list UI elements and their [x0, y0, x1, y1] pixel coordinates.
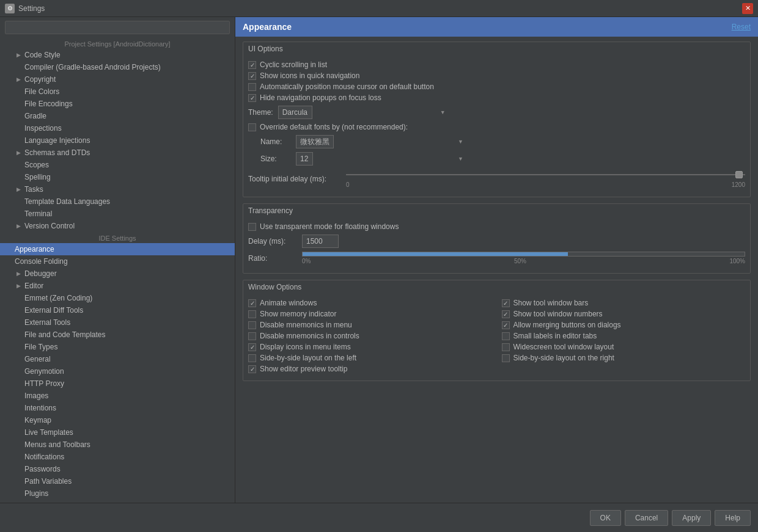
- show-memory-row: Show memory indicator: [248, 310, 492, 318]
- theme-label: Theme:: [248, 108, 273, 117]
- hide-nav-row: Hide navigation popups on focus loss: [248, 93, 745, 102]
- sidebar-item-console-folding[interactable]: Console Folding: [0, 255, 235, 268]
- transparent-mode-checkbox[interactable]: [248, 223, 256, 231]
- sidebar-item-notifications[interactable]: Notifications: [0, 451, 235, 463]
- font-name-select-wrapper: 微软雅黑: [296, 135, 467, 148]
- sidebar-item-appearance[interactable]: Appearance: [0, 243, 235, 255]
- apply-button[interactable]: Apply: [672, 510, 711, 526]
- tooltip-slider-thumb[interactable]: [735, 171, 743, 178]
- search-input[interactable]: [5, 21, 230, 34]
- sidebar-item-file-encodings[interactable]: File Encodings: [0, 98, 235, 110]
- sidebar-item-schemas-dtds[interactable]: Schemas and DTDs: [0, 147, 235, 159]
- small-labels-editor-checkbox[interactable]: [502, 332, 510, 340]
- sidebar-item-intentions[interactable]: Intentions: [0, 402, 235, 414]
- sidebar-item-genymotion[interactable]: Genymotion: [0, 365, 235, 377]
- sidebar-item-general[interactable]: General: [0, 353, 235, 365]
- sidebar-item-template-data-languages[interactable]: Template Data Languages: [0, 195, 235, 208]
- ratio-0-label: 0%: [302, 258, 311, 264]
- widescreen-tool-window-row: Widescreen tool window layout: [502, 343, 746, 351]
- widescreen-tool-window-checkbox[interactable]: [502, 343, 510, 351]
- animate-windows-checkbox[interactable]: [248, 299, 256, 307]
- side-by-side-right-checkbox[interactable]: [502, 354, 510, 362]
- sidebar-item-external-diff-tools[interactable]: External Diff Tools: [0, 304, 235, 316]
- arrow-icon: [15, 270, 22, 277]
- sidebar-item-spelling[interactable]: Spelling: [0, 171, 235, 183]
- show-tool-window-bars-checkbox[interactable]: [502, 299, 510, 307]
- sidebar-item-debugger[interactable]: Debugger: [0, 268, 235, 280]
- sidebar-item-external-tools[interactable]: External Tools: [0, 316, 235, 329]
- side-by-side-left-checkbox[interactable]: [248, 354, 256, 362]
- sidebar-item-code-style[interactable]: Code Style: [0, 49, 235, 61]
- sidebar-item-quick-lists[interactable]: Quick Lists: [0, 500, 235, 503]
- sidebar-item-live-templates[interactable]: Live Templates: [0, 426, 235, 439]
- window-options-title: Window Options: [243, 280, 750, 294]
- font-size-row: Size: 12 10 11 13 14: [248, 152, 745, 166]
- arrow-icon: [15, 51, 22, 59]
- sidebar-item-images[interactable]: Images: [0, 390, 235, 402]
- display-icons-menu-row: Display icons in menu items: [248, 343, 492, 351]
- side-by-side-right-row: Side-by-side layout on the right: [502, 354, 746, 362]
- sidebar-item-path-variables[interactable]: Path Variables: [0, 475, 235, 487]
- auto-position-checkbox[interactable]: [248, 83, 256, 91]
- sidebar-item-version-control[interactable]: Version Control: [0, 220, 235, 232]
- titlebar: ⚙ Settings ✕: [0, 0, 758, 17]
- content-header: Appearance Reset: [235, 17, 758, 37]
- theme-select-wrapper: Darcula Default IntelliJ: [278, 106, 449, 119]
- ratio-slider-track[interactable]: [302, 252, 745, 257]
- allow-merging-buttons-checkbox[interactable]: [502, 321, 510, 329]
- side-by-side-right-label: Side-by-side layout on the right: [513, 354, 614, 362]
- cancel-button[interactable]: Cancel: [625, 510, 668, 526]
- cyclic-scrolling-checkbox[interactable]: [248, 61, 256, 69]
- tooltip-slider-track[interactable]: [346, 169, 745, 180]
- window-options-content: Animate windows Show memory indicator Di…: [243, 294, 750, 381]
- sidebar-item-language-injections[interactable]: Language Injections: [0, 134, 235, 147]
- sidebar-item-inspections[interactable]: Inspections: [0, 122, 235, 134]
- sidebar-item-gradle[interactable]: Gradle: [0, 110, 235, 122]
- widescreen-tool-window-label: Widescreen tool window layout: [513, 343, 614, 351]
- help-button[interactable]: Help: [715, 510, 751, 526]
- auto-position-row: Automatically position mouse cursor on d…: [248, 82, 745, 91]
- sidebar-item-file-code-templates[interactable]: File and Code Templates: [0, 329, 235, 341]
- sidebar-item-scopes[interactable]: Scopes: [0, 159, 235, 171]
- ratio-50-label: 50%: [514, 258, 526, 264]
- allow-merging-buttons-row: Allow merging buttons on dialogs: [502, 321, 746, 329]
- display-icons-menu-checkbox[interactable]: [248, 343, 256, 351]
- show-tool-window-numbers-checkbox[interactable]: [502, 310, 510, 318]
- sidebar-item-file-colors[interactable]: File Colors: [0, 86, 235, 98]
- app-icon: ⚙: [5, 4, 15, 13]
- override-fonts-checkbox[interactable]: [248, 123, 256, 131]
- sidebar-item-compiler[interactable]: Compiler (Gradle-based Android Projects): [0, 61, 235, 73]
- sidebar-item-http-proxy[interactable]: HTTP Proxy: [0, 377, 235, 390]
- sidebar-item-passwords[interactable]: Passwords: [0, 463, 235, 475]
- close-button[interactable]: ✕: [742, 3, 753, 14]
- sidebar-item-plugins[interactable]: Plugins: [0, 487, 235, 500]
- disable-mnemonics-menu-checkbox[interactable]: [248, 321, 256, 329]
- hide-nav-checkbox[interactable]: [248, 94, 256, 102]
- show-editor-preview-checkbox[interactable]: [248, 365, 256, 373]
- font-name-select[interactable]: 微软雅黑: [296, 135, 334, 148]
- sidebar-item-keymap[interactable]: Keymap: [0, 414, 235, 426]
- font-size-select[interactable]: 12 10 11 13 14: [296, 152, 313, 166]
- show-tool-window-numbers-row: Show tool window numbers: [502, 310, 746, 318]
- sidebar-item-file-types[interactable]: File Types: [0, 341, 235, 353]
- disable-mnemonics-controls-checkbox[interactable]: [248, 332, 256, 340]
- show-memory-checkbox[interactable]: [248, 310, 256, 318]
- sidebar-item-emmet[interactable]: Emmet (Zen Coding): [0, 292, 235, 304]
- sidebar-item-menus-toolbars[interactable]: Menus and Toolbars: [0, 439, 235, 451]
- sidebar-item-terminal[interactable]: Terminal: [0, 208, 235, 220]
- window-checkboxes-left: Animate windows Show memory indicator Di…: [248, 296, 492, 376]
- sidebar-item-editor[interactable]: Editor: [0, 280, 235, 292]
- animate-windows-label: Animate windows: [260, 299, 317, 307]
- reset-link[interactable]: Reset: [732, 23, 751, 31]
- tooltip-slider-line: [346, 174, 745, 175]
- bottom-bar: OK Cancel Apply Help: [0, 503, 758, 532]
- arrow-icon: [15, 186, 22, 193]
- ok-button[interactable]: OK: [590, 510, 621, 526]
- show-tool-window-bars-label: Show tool window bars: [513, 299, 589, 307]
- delay-input[interactable]: [302, 235, 339, 248]
- sidebar-item-copyright[interactable]: Copyright: [0, 73, 235, 86]
- sidebar-item-tasks[interactable]: Tasks: [0, 183, 235, 195]
- show-icons-checkbox[interactable]: [248, 72, 256, 80]
- ui-options-section: UI Options Cyclic scrolling in list Show…: [243, 42, 751, 197]
- theme-select[interactable]: Darcula Default IntelliJ: [278, 106, 312, 119]
